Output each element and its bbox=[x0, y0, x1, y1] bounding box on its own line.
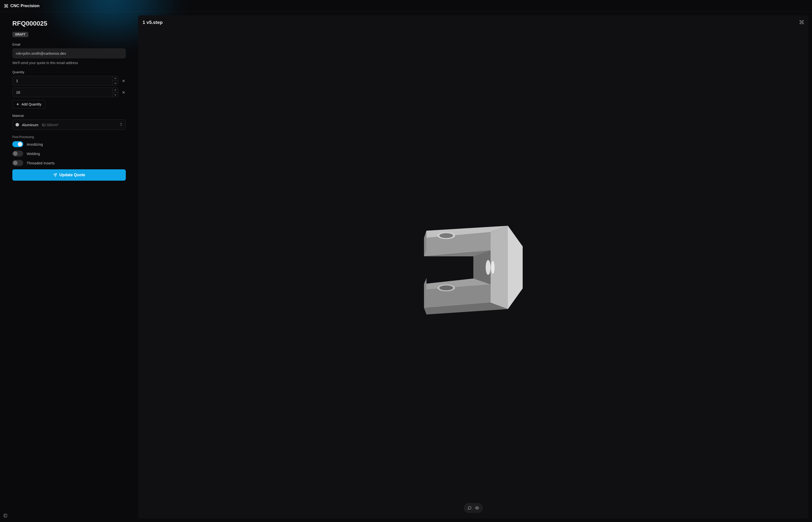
postprocessing-welding: Welding bbox=[12, 150, 126, 157]
chevron-updown-icon bbox=[120, 122, 122, 127]
remove-quantity-1[interactable] bbox=[121, 90, 126, 95]
visibility-button[interactable] bbox=[474, 505, 480, 511]
quantity-row bbox=[12, 87, 126, 97]
threaded-inserts-label: Threaded Inserts bbox=[27, 161, 55, 165]
command-icon bbox=[4, 4, 8, 8]
quantity-stepper bbox=[12, 76, 118, 85]
fullscreen-icon bbox=[799, 20, 804, 24]
chevron-down-icon bbox=[114, 82, 116, 84]
comment-button[interactable] bbox=[467, 505, 472, 511]
header: CNC Precision bbox=[0, 0, 812, 12]
fullscreen-button[interactable] bbox=[798, 19, 805, 26]
quantity-input-1[interactable] bbox=[13, 88, 112, 97]
comment-icon bbox=[468, 506, 471, 510]
svg-point-16 bbox=[486, 260, 490, 275]
close-icon bbox=[122, 79, 125, 83]
postprocessing-threaded-inserts: Threaded Inserts bbox=[12, 160, 126, 166]
svg-point-15 bbox=[439, 285, 453, 290]
close-icon bbox=[122, 91, 125, 94]
svg-point-17 bbox=[491, 261, 495, 274]
status-badge: DRAFT bbox=[12, 32, 28, 37]
quantity-row bbox=[12, 76, 126, 85]
add-quantity-button[interactable]: Add Quantity bbox=[12, 100, 45, 108]
email-label: Email bbox=[12, 43, 126, 46]
app-logo: CNC Precision bbox=[4, 3, 39, 8]
chevron-down-icon bbox=[114, 94, 116, 96]
quantity-label: Quantity bbox=[12, 70, 126, 74]
material-swatch bbox=[16, 123, 19, 126]
chevron-up-icon bbox=[114, 89, 116, 91]
email-helper: We'll send your quote to this email addr… bbox=[12, 61, 126, 65]
main: RFQ000025 DRAFT Email We'll send your qu… bbox=[0, 12, 812, 522]
postprocessing-label: Post-Processing bbox=[12, 135, 126, 139]
material-price: $2.50/cm³ bbox=[42, 123, 120, 127]
quantity-increment-0[interactable] bbox=[113, 76, 118, 81]
svg-rect-19 bbox=[4, 514, 7, 517]
email-field[interactable] bbox=[12, 48, 126, 58]
anodizing-toggle[interactable] bbox=[12, 141, 23, 147]
remove-quantity-0[interactable] bbox=[121, 79, 126, 83]
quantity-stepper bbox=[12, 87, 118, 97]
welding-toggle[interactable] bbox=[12, 150, 23, 157]
form-panel: RFQ000025 DRAFT Email We'll send your qu… bbox=[0, 12, 138, 522]
svg-rect-0 bbox=[801, 21, 803, 23]
quantity-decrement-1[interactable] bbox=[113, 93, 118, 97]
toggle-sidebar-button[interactable] bbox=[3, 514, 7, 519]
material-name: Aluminum bbox=[22, 123, 38, 127]
update-quote-button[interactable]: Update Quote bbox=[12, 169, 126, 181]
threaded-inserts-toggle[interactable] bbox=[12, 160, 23, 166]
viewer-toolbar bbox=[464, 503, 483, 513]
chevron-up-icon bbox=[114, 77, 116, 80]
update-quote-label: Update Quote bbox=[59, 173, 85, 177]
anodizing-label: Anodizing bbox=[27, 142, 43, 146]
page-title: RFQ000025 bbox=[12, 20, 126, 27]
panel-left-icon bbox=[3, 514, 7, 518]
eye-icon bbox=[475, 506, 479, 510]
quantity-decrement-0[interactable] bbox=[113, 81, 118, 85]
quantity-increment-1[interactable] bbox=[113, 88, 118, 93]
viewer-filename: 1 v5.step bbox=[142, 20, 162, 25]
viewer[interactable]: 1 v5.step bbox=[138, 15, 809, 519]
svg-point-18 bbox=[477, 507, 478, 508]
add-quantity-label: Add Quantity bbox=[21, 102, 41, 106]
viewer-panel: 1 v5.step bbox=[138, 12, 812, 522]
send-icon bbox=[53, 173, 57, 177]
model-preview[interactable] bbox=[409, 214, 538, 320]
plus-icon bbox=[16, 102, 19, 106]
svg-marker-3 bbox=[508, 226, 523, 309]
postprocessing-anodizing: Anodizing bbox=[12, 141, 126, 147]
app-name: CNC Precision bbox=[11, 3, 39, 8]
welding-label: Welding bbox=[27, 152, 40, 156]
material-select[interactable]: Aluminum $2.50/cm³ bbox=[12, 120, 126, 130]
quantity-input-0[interactable] bbox=[13, 76, 112, 85]
material-label: Material bbox=[12, 114, 126, 118]
svg-point-13 bbox=[439, 233, 453, 238]
